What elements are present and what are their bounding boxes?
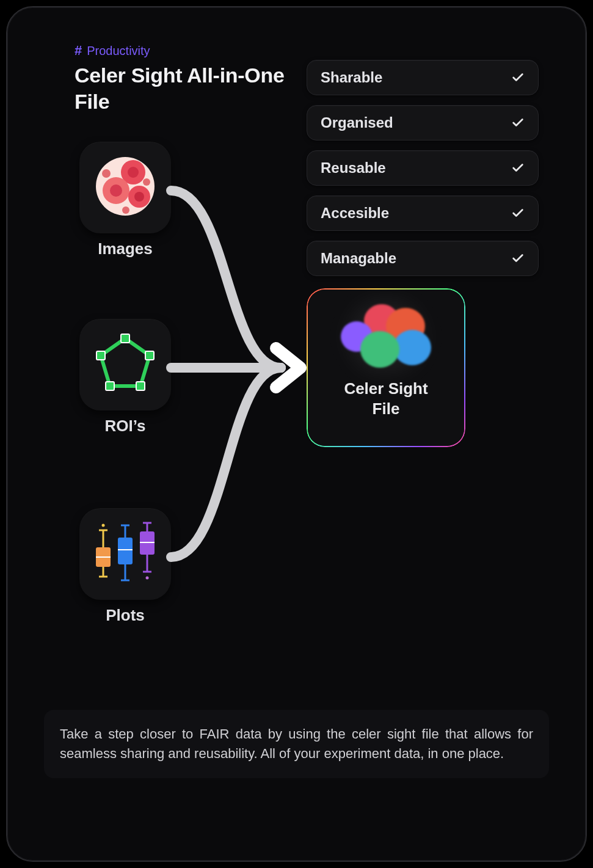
polygon-icon (92, 330, 159, 399)
arrow-right-icon (276, 348, 300, 387)
target-card: Celer Sight File (307, 288, 465, 447)
svg-marker-11 (101, 338, 150, 386)
svg-point-5 (110, 184, 122, 197)
svg-point-3 (128, 167, 139, 178)
source-tile-rois (79, 319, 171, 410)
category-tag: # Productivity (75, 43, 150, 59)
svg-rect-15 (106, 382, 114, 390)
hash-icon: # (75, 43, 82, 59)
feature-label: Managable (321, 250, 396, 267)
color-blob-icon (337, 303, 435, 370)
source-tile-plots (79, 508, 171, 600)
svg-point-8 (102, 169, 111, 178)
page-title: Celer Sight All-in-One File (75, 62, 294, 114)
cells-icon (92, 153, 159, 222)
feature-label: Sharable (321, 69, 382, 86)
feature-item: Managable (307, 241, 539, 276)
category-label: Productivity (87, 44, 150, 58)
check-icon (511, 252, 525, 265)
check-icon (511, 71, 525, 84)
feature-list: Sharable Organised Reusable Accesible Ma… (307, 60, 539, 276)
feature-label: Accesible (321, 205, 389, 222)
card-frame: # Productivity Celer Sight All-in-One Fi… (6, 6, 587, 862)
feature-item: Accesible (307, 195, 539, 231)
feature-label: Reusable (321, 159, 386, 177)
svg-rect-12 (121, 334, 129, 343)
target-label: Celer Sight File (331, 379, 441, 418)
boxplot-icon (89, 519, 162, 589)
check-icon (511, 206, 525, 220)
svg-point-33 (146, 577, 149, 580)
svg-rect-14 (136, 382, 145, 390)
check-icon (511, 116, 525, 129)
svg-point-32 (102, 524, 105, 527)
feature-label: Organised (321, 114, 393, 131)
svg-rect-16 (96, 351, 105, 360)
source-label-images: Images (79, 239, 171, 258)
source-tile-images (79, 142, 171, 233)
source-label-plots: Plots (79, 606, 171, 625)
feature-item: Sharable (307, 60, 539, 95)
svg-point-9 (143, 178, 150, 186)
svg-point-7 (134, 192, 144, 202)
feature-item: Reusable (307, 150, 539, 186)
source-label-rois: ROI’s (79, 417, 171, 436)
footer-description: Take a step closer to FAIR data by using… (44, 710, 549, 778)
svg-point-10 (122, 206, 129, 214)
check-icon (511, 161, 525, 175)
feature-item: Organised (307, 105, 539, 140)
svg-rect-27 (118, 538, 133, 564)
svg-rect-13 (145, 351, 154, 360)
